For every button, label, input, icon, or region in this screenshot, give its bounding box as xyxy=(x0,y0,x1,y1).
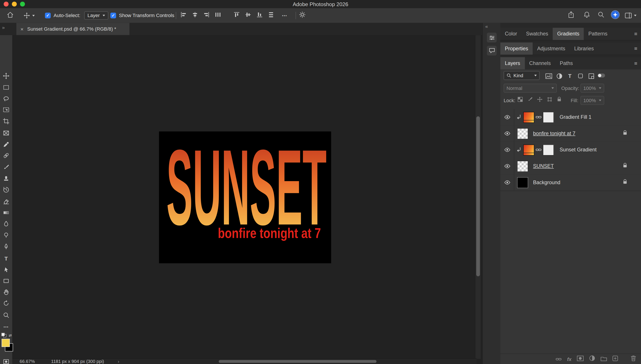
add-mask-icon[interactable] xyxy=(577,355,584,363)
filter-smart-objects-icon[interactable] xyxy=(587,72,595,79)
history-brush-tool-icon[interactable] xyxy=(3,186,10,193)
lock-image-pixels-icon[interactable] xyxy=(526,96,533,102)
close-tab-icon[interactable]: × xyxy=(20,26,24,32)
layer-row-sunset-text[interactable]: SUNSET xyxy=(500,158,641,175)
brush-tool-icon[interactable] xyxy=(3,164,10,170)
frame-tool-icon[interactable] xyxy=(3,130,10,136)
zoom-window-button[interactable] xyxy=(20,2,25,6)
share-icon[interactable] xyxy=(567,11,575,20)
tab-layers[interactable]: Layers xyxy=(500,57,525,69)
distribute-horizontal-icon[interactable] xyxy=(215,12,221,20)
quick-mask-icon[interactable] xyxy=(3,358,10,364)
text-layer-thumbnail[interactable] xyxy=(517,160,528,172)
lasso-tool-icon[interactable] xyxy=(3,96,10,102)
horizontal-scrollbar-thumb[interactable] xyxy=(219,360,376,363)
tab-libraries[interactable]: Libraries xyxy=(570,42,598,55)
align-horizontal-centers-icon[interactable] xyxy=(192,12,198,20)
minimize-window-button[interactable] xyxy=(12,2,17,6)
eyedropper-tool-icon[interactable] xyxy=(3,141,10,148)
default-colors-icon[interactable] xyxy=(1,332,8,338)
document-tab[interactable]: × Sunset Gradient.psd @ 66.7% (RGB/8) * xyxy=(17,23,130,35)
rectangle-tool-icon[interactable] xyxy=(3,278,10,284)
hand-tool-icon[interactable] xyxy=(3,289,10,296)
show-transform-checkbox[interactable]: ✓ xyxy=(110,13,116,18)
canvas-area[interactable]: SUNSET bonfire tonight at 7 66.67% 1181 … xyxy=(12,35,482,364)
background-layer-thumbnail[interactable] xyxy=(517,177,528,188)
rotate-view-tool-icon[interactable] xyxy=(3,300,10,307)
pen-tool-icon[interactable] xyxy=(3,243,10,250)
tab-channels[interactable]: Channels xyxy=(525,57,555,69)
dodge-tool-icon[interactable] xyxy=(3,232,10,238)
tab-paths[interactable]: Paths xyxy=(555,57,577,69)
new-layer-icon[interactable] xyxy=(612,355,618,363)
fill-value-box[interactable]: 100% xyxy=(580,96,604,105)
new-group-folder-icon[interactable] xyxy=(600,355,607,363)
path-selection-tool-icon[interactable] xyxy=(3,266,10,273)
tab-patterns[interactable]: Patterns xyxy=(584,28,612,40)
blur-tool-icon[interactable] xyxy=(3,220,10,227)
layer-name[interactable]: bonfire tonight at 7 xyxy=(533,130,575,136)
document-canvas[interactable]: SUNSET bonfire tonight at 7 xyxy=(159,132,331,264)
panel-menu-icon[interactable]: ≡ xyxy=(634,46,637,52)
align-left-edges-icon[interactable] xyxy=(180,12,187,20)
visibility-eye-icon[interactable] xyxy=(500,142,514,158)
move-tool-icon[interactable] xyxy=(3,72,10,79)
clone-stamp-tool-icon[interactable] xyxy=(3,175,10,182)
spot-healing-brush-tool-icon[interactable] xyxy=(3,152,10,159)
vertical-scrollbar-thumb[interactable] xyxy=(476,116,480,276)
crop-tool-icon[interactable] xyxy=(3,118,10,124)
rectangular-marquee-tool-icon[interactable] xyxy=(3,84,10,90)
layer-name[interactable]: Gradient Fill 1 xyxy=(560,114,591,120)
auto-select-dropdown[interactable]: Layer xyxy=(84,12,108,20)
distribute-vertical-icon[interactable] xyxy=(268,12,274,20)
close-window-button[interactable] xyxy=(4,2,9,6)
filter-type-layers-icon[interactable]: T xyxy=(566,72,574,79)
layer-row-gradient-fill-1[interactable]: Gradient Fill 1 xyxy=(500,109,641,126)
comments-panel-icon[interactable] xyxy=(487,46,497,56)
lock-transparent-pixels-icon[interactable] xyxy=(517,96,523,102)
workspace-switcher[interactable] xyxy=(624,12,636,19)
auto-select-checkbox[interactable]: ✓ xyxy=(45,13,51,18)
home-icon[interactable] xyxy=(7,11,14,20)
properties-panel-icon[interactable] xyxy=(487,32,497,42)
align-right-edges-icon[interactable] xyxy=(203,12,210,20)
tab-color[interactable]: Color xyxy=(500,28,522,40)
object-selection-tool-icon[interactable] xyxy=(3,106,10,113)
blend-mode-dropdown[interactable]: Normal xyxy=(504,84,557,93)
text-layer-thumbnail[interactable] xyxy=(517,128,528,139)
tab-adjustments[interactable]: Adjustments xyxy=(533,42,570,55)
foreground-color-swatch[interactable] xyxy=(2,339,10,347)
tab-swatches[interactable]: Swatches xyxy=(522,28,553,40)
status-chevron-icon[interactable]: › xyxy=(118,359,119,364)
layer-mask-thumbnail[interactable] xyxy=(543,144,554,155)
ai-assistant-icon[interactable] xyxy=(611,10,620,21)
layer-mask-thumbnail[interactable] xyxy=(543,112,554,122)
filter-pixel-layers-icon[interactable] xyxy=(545,72,553,79)
align-vertical-centers-icon[interactable] xyxy=(245,12,252,20)
layer-filtering-toggle[interactable] xyxy=(598,74,605,78)
gradient-fill-thumbnail[interactable] xyxy=(523,144,534,155)
opacity-value-box[interactable]: 100% xyxy=(580,84,604,93)
layer-row-bonfire-text[interactable]: bonfire tonight at 7 xyxy=(500,125,641,142)
zoom-level[interactable]: 66.67% xyxy=(20,359,35,364)
workspace-settings-gear-icon[interactable] xyxy=(299,11,306,20)
vertical-scrollbar[interactable] xyxy=(475,35,481,359)
delete-layer-trash-icon[interactable] xyxy=(631,355,636,363)
filter-adjustment-layers-icon[interactable] xyxy=(555,72,563,79)
visibility-eye-icon[interactable] xyxy=(500,174,514,191)
layer-name[interactable]: Background xyxy=(533,180,560,185)
link-layers-icon[interactable] xyxy=(556,355,562,363)
visibility-eye-icon[interactable] xyxy=(500,125,514,142)
visibility-eye-icon[interactable] xyxy=(500,109,514,125)
type-tool-icon[interactable]: T xyxy=(3,255,10,262)
lock-all-icon[interactable] xyxy=(556,96,563,102)
gradient-fill-thumbnail[interactable] xyxy=(523,112,534,122)
edit-toolbar-icon[interactable]: ••• xyxy=(3,324,10,330)
search-icon[interactable] xyxy=(598,11,605,20)
eraser-tool-icon[interactable] xyxy=(3,198,10,204)
collapse-panels-icon[interactable]: « xyxy=(485,24,488,29)
layer-style-fx-icon[interactable]: fx xyxy=(567,356,572,362)
zoom-tool-icon[interactable] xyxy=(3,312,10,318)
lock-artboard-nesting-icon[interactable] xyxy=(546,96,553,102)
panel-menu-icon[interactable]: ≡ xyxy=(634,60,637,66)
